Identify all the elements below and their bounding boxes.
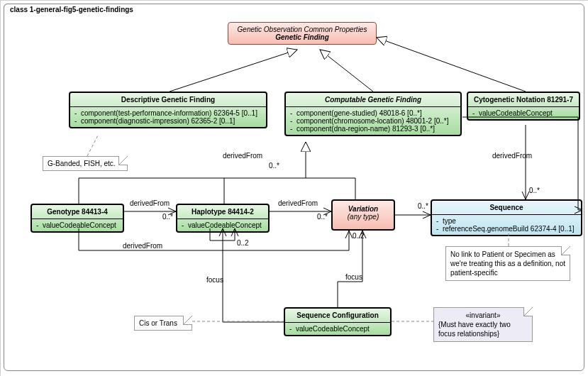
class-subtitle: (any type) (334, 213, 392, 221)
attr-row: - type (436, 217, 577, 225)
class-descriptive-genetic-finding: Descriptive Genetic Finding - component(… (69, 92, 267, 128)
attr-row: - component(gene-studied) 48018-6 [0..*] (290, 109, 456, 117)
lbl-mult: 0..* (269, 162, 279, 170)
class-title: Sequence Configuration (296, 311, 379, 319)
class-title: Cytogenetic Notation 81291-7 (474, 96, 573, 104)
class-haplotype: Haplotype 84414-2 - valueCodeableConcept (176, 204, 270, 233)
class-title: Genotype 84413-4 (47, 208, 108, 216)
note-gbanded: G-Banded, FISH, etc. (43, 156, 128, 171)
class-sequence-configuration: Sequence Configuration - valueCodeableCo… (284, 307, 392, 336)
diagram-canvas: class 1-general-fig5-genetic-findings Ge… (0, 0, 588, 376)
class-title: Sequence (489, 204, 523, 211)
attr-row: - referenceSeq.genomeBuild 62374-4 [0..1… (436, 225, 577, 233)
lbl-derivedfrom: derivedFrom (492, 152, 532, 160)
lbl-derivedfrom: derivedFrom (123, 242, 162, 250)
lbl-derivedfrom: derivedFrom (223, 152, 262, 160)
lbl-mult: 0..* (162, 213, 173, 221)
attr-row: - component(chromosome-location) 48001-2… (290, 117, 456, 125)
note-sequence: No link to Patient or Specimen as we're … (445, 246, 570, 281)
attr-row: - component(diagnostic-impression) 62365… (74, 117, 262, 125)
stereotype-label: Genetic Observation Common Properties (233, 26, 372, 33)
lbl-mult: 0..2 (353, 232, 365, 240)
class-sequence: Sequence - type - referenceSeq.genomeBui… (431, 199, 582, 236)
class-cytogenetic-notation: Cytogenetic Notation 81291-7 - valueCode… (467, 92, 580, 121)
lbl-derivedfrom: derivedFrom (278, 199, 318, 207)
class-title: Haplotype 84414-2 (192, 208, 254, 216)
lbl-mult: 0..2 (237, 239, 249, 247)
attr-row: - component(dna-region-name) 81293-3 [0.… (290, 125, 456, 133)
class-computable-genetic-finding: Computable Genetic Finding - component(g… (284, 92, 462, 136)
attr-row: - valueCodeableConcept (289, 325, 386, 333)
attr-row: - component(test-performance-information… (74, 109, 262, 117)
lbl-focus: focus (206, 276, 223, 284)
note-invariant: «invariant» {Must have exactly two focus… (433, 307, 533, 342)
class-genotype: Genotype 84413-4 - valueCodeableConcept (30, 204, 124, 233)
class-genetic-finding: Genetic Observation Common Properties Ge… (228, 22, 377, 45)
attr-row: - valueCodeableConcept (472, 109, 575, 117)
class-title: Descriptive Genetic Finding (121, 96, 215, 104)
lbl-mult: 0..* (317, 213, 328, 221)
attr-row: - valueCodeableConcept (36, 221, 118, 229)
lbl-derivedfrom: derivedFrom (130, 199, 170, 207)
lbl-focus: focus (345, 273, 362, 281)
class-title: Computable Genetic Finding (325, 96, 421, 104)
class-variation: Variation (any type) (331, 199, 395, 231)
lbl-mult: 0..* (418, 202, 428, 210)
lbl-mult: 0..* (529, 187, 540, 194)
note-cistrans: Cis or Trans (134, 316, 192, 331)
class-title: Variation (334, 205, 392, 213)
attr-row: - valueCodeableConcept (182, 221, 264, 229)
class-title: Genetic Finding (233, 33, 372, 41)
frame-title: class 1-general-fig5-genetic-findings (4, 4, 144, 15)
